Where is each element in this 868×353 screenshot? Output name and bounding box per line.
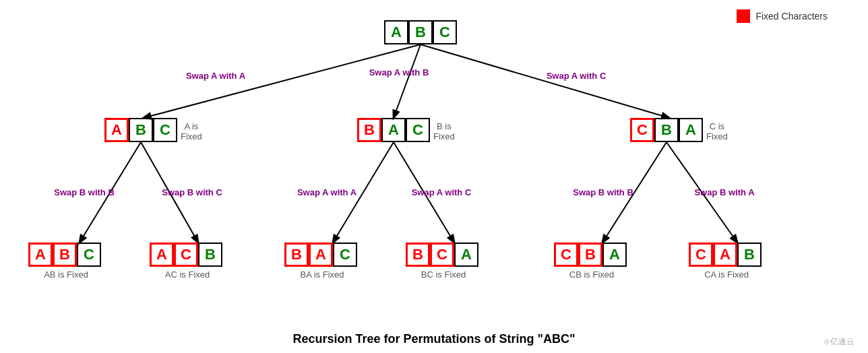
root-char-C: C [433,20,457,44]
swap-label-l1-2-left: Swap B with B [559,187,647,197]
l2-node-4: C B A [554,243,627,267]
root-char-B: B [408,20,433,44]
l2-node-0: A B C [28,243,101,267]
l2-0-label: AB is Fixed [26,269,106,280]
swap-label-l1-2-right: Swap B with A [681,187,768,197]
arrows-svg [0,0,868,353]
l2-5-B: B [737,243,762,267]
l1-2-char-B: B [654,118,679,142]
l2-5-label: CA is Fixed [686,269,767,280]
l2-3-B: B [406,243,430,267]
diagram-container: Fixed Characters [0,0,868,353]
swap-label-l1-0-left: Swap B with B [40,187,128,197]
swap-label-l1-1-right: Swap A with C [398,187,485,197]
l2-node-3: B C A [406,243,478,267]
l2-0-A: A [28,243,53,267]
swap-label-root-0: Swap A with A [175,71,256,81]
l2-4-A: A [602,243,627,267]
l2-5-C: C [689,243,713,267]
swap-label-l1-0-right: Swap B with C [148,187,236,197]
l1-0-char-C: C [153,118,177,142]
root-char-A: A [384,20,408,44]
l1-node-2: C B A [630,118,703,142]
l1-1-label: B isFixed [433,121,455,141]
l2-5-A: A [713,243,737,267]
root-node: A B C [384,20,457,44]
bottom-title: Recursion Tree for Permutations of Strin… [0,332,868,346]
l2-0-B: B [53,243,77,267]
swap-label-l1-1-left: Swap A with A [283,187,371,197]
l1-0-label: A isFixed [181,121,202,141]
legend: Fixed Characters [737,9,828,23]
l1-0-char-A: A [104,118,129,142]
l2-3-label: BC is Fixed [403,269,484,280]
svg-line-1 [394,44,421,118]
swap-label-root-1: Swap A with B [355,67,443,77]
l2-4-B: B [578,243,602,267]
svg-line-2 [421,44,669,118]
l1-2-char-C: C [630,118,654,142]
l2-4-C: C [554,243,578,267]
l1-node-0: A B C [104,118,177,142]
swap-label-root-2: Swap A with C [532,71,620,81]
l2-3-A: A [454,243,478,267]
l2-4-label: CB is Fixed [551,269,632,280]
l2-1-C: C [174,243,198,267]
l2-1-label: AC is Fixed [147,269,228,280]
l2-node-5: C A B [689,243,762,267]
legend-text: Fixed Characters [755,11,828,22]
l2-1-A: A [150,243,174,267]
l1-2-label: C isFixed [706,121,728,141]
legend-color-box [737,9,750,23]
l2-0-C: C [77,243,101,267]
l2-2-label: BA is Fixed [282,269,363,280]
l2-2-C: C [333,243,357,267]
svg-line-0 [144,44,421,118]
l1-node-1: B A C [357,118,430,142]
l2-2-A: A [309,243,333,267]
l1-0-char-B: B [129,118,153,142]
l2-node-1: A C B [150,243,222,267]
l1-1-char-C: C [406,118,430,142]
l2-2-B: B [284,243,309,267]
l2-3-C: C [430,243,454,267]
l1-1-char-B: B [357,118,381,142]
l2-1-B: B [198,243,222,267]
l1-1-char-A: A [381,118,406,142]
l2-node-2: B A C [284,243,357,267]
l1-2-char-A: A [679,118,703,142]
watermark: ⊙亿速云 [824,336,855,348]
